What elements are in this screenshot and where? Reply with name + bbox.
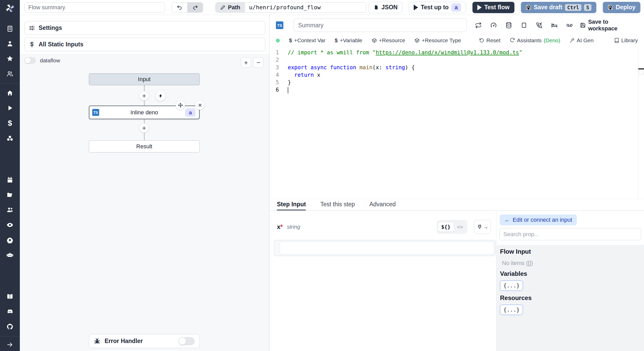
dataflow-label: dataflow bbox=[40, 57, 60, 64]
move-step-button[interactable] bbox=[176, 100, 185, 110]
delete-step-button[interactable] bbox=[195, 100, 205, 110]
flow-node-result-label: Result bbox=[136, 143, 152, 150]
schedules-calendar-icon[interactable] bbox=[0, 172, 20, 187]
add-context-var-button[interactable]: $ +Context Var bbox=[289, 37, 325, 44]
field-value-input[interactable] bbox=[280, 242, 494, 254]
voicemail-icon[interactable] bbox=[566, 22, 573, 29]
runs-play-icon[interactable] bbox=[0, 101, 20, 116]
arrow-left-icon: ← bbox=[504, 217, 510, 223]
play-icon bbox=[414, 5, 418, 10]
zoom-in-button[interactable]: + bbox=[241, 57, 251, 68]
ai-gen-button[interactable]: AI Gen bbox=[570, 37, 594, 44]
zoom-out-button[interactable]: − bbox=[253, 57, 264, 68]
sleep-bed-icon[interactable] bbox=[551, 22, 558, 29]
test-up-to-button[interactable]: Test up to a bbox=[409, 2, 466, 13]
edit-or-connect-button[interactable]: ← Edit or connect an input bbox=[500, 215, 577, 225]
code-mode-button[interactable]: <> bbox=[454, 222, 466, 232]
github-icon[interactable] bbox=[0, 319, 20, 334]
step-id-badge: a bbox=[451, 3, 461, 12]
add-step-button[interactable] bbox=[139, 123, 149, 133]
save-icon bbox=[580, 22, 586, 28]
trigger-bolt-button[interactable] bbox=[155, 91, 166, 101]
library-button[interactable]: Library bbox=[614, 37, 638, 44]
path-label[interactable]: Path bbox=[216, 3, 245, 12]
add-resource-button[interactable]: +Resource bbox=[372, 37, 405, 44]
arrow-right-icon: → bbox=[483, 224, 488, 230]
groups-icon[interactable] bbox=[0, 66, 20, 81]
step-summary-input[interactable] bbox=[294, 19, 467, 32]
assistants-button[interactable]: Assistants (Deno) bbox=[510, 37, 560, 44]
home-icon[interactable] bbox=[0, 85, 20, 100]
settings-gear-icon[interactable] bbox=[0, 232, 20, 247]
cache-database-icon[interactable] bbox=[505, 22, 512, 29]
resources-cubes-icon[interactable] bbox=[0, 131, 20, 145]
lsp-status-dot bbox=[276, 39, 280, 42]
users-cog-icon[interactable] bbox=[0, 202, 20, 217]
add-step-button[interactable] bbox=[139, 91, 149, 100]
flow-node-input[interactable]: Input bbox=[89, 73, 200, 85]
audit-eye-icon[interactable] bbox=[0, 217, 20, 232]
json-button[interactable]: JSON bbox=[369, 2, 403, 13]
tab-test-this-step[interactable]: Test this step bbox=[320, 199, 355, 210]
variables-expand-button[interactable]: {...} bbox=[500, 280, 523, 291]
flow-settings-button[interactable]: Settings bbox=[24, 21, 265, 35]
mock-square-icon[interactable] bbox=[521, 22, 527, 29]
retries-repeat-icon[interactable] bbox=[475, 22, 482, 29]
tab-advanced[interactable]: Advanced bbox=[369, 199, 396, 210]
input-mode-toggle: ${} <> bbox=[437, 220, 467, 234]
resources-expand-button[interactable]: {...} bbox=[500, 305, 523, 315]
sidebar-divider bbox=[0, 83, 20, 83]
field-name: x bbox=[277, 223, 280, 230]
dollar-icon bbox=[29, 41, 35, 48]
save-icon bbox=[608, 5, 613, 10]
flow-settings-label: Settings bbox=[39, 24, 62, 31]
deploy-label: Deploy bbox=[616, 4, 635, 11]
app-sidebar: $ bbox=[0, 0, 20, 351]
flow-node-result[interactable]: Result bbox=[89, 140, 200, 152]
search-prop-input[interactable] bbox=[499, 228, 641, 240]
suspend-phone-icon[interactable] bbox=[536, 22, 543, 29]
dollar-icon: $ bbox=[289, 37, 292, 44]
test-flow-button[interactable]: Test flow bbox=[472, 2, 514, 13]
folders-icon[interactable] bbox=[0, 187, 20, 202]
docs-book-icon[interactable] bbox=[0, 289, 20, 304]
save-draft-button[interactable]: Save draft Ctrl S bbox=[521, 2, 596, 13]
error-handler-toggle[interactable] bbox=[178, 337, 195, 345]
save-to-workspace-label: Save to workspace bbox=[588, 19, 638, 32]
json-mode-button[interactable]: ${} bbox=[438, 222, 454, 232]
overview-ruler[interactable] bbox=[638, 46, 644, 199]
add-variable-button[interactable]: $ +Variable bbox=[335, 37, 362, 44]
add-resource-type-button[interactable]: +Resource Type bbox=[414, 37, 461, 44]
reset-button[interactable]: Reset bbox=[479, 37, 501, 44]
variables-dollar-icon[interactable]: $ bbox=[0, 116, 20, 131]
flow-node-input-label: Input bbox=[138, 76, 151, 83]
save-icon bbox=[526, 5, 531, 10]
save-to-workspace-button[interactable]: Save to workspace bbox=[580, 19, 638, 32]
connect-panel: ← Edit or connect an input Flow Input No… bbox=[496, 211, 644, 351]
undo-button[interactable] bbox=[172, 3, 187, 12]
workspace-icon[interactable] bbox=[0, 21, 20, 36]
path-input[interactable] bbox=[245, 3, 366, 12]
concurrency-gauge-icon[interactable] bbox=[490, 22, 497, 29]
redo-button[interactable] bbox=[187, 3, 203, 12]
code-editor[interactable]: 123456 // import * as wmill from "https:… bbox=[270, 46, 644, 199]
connect-input-button[interactable]: → bbox=[474, 220, 491, 234]
flow-summary-input[interactable] bbox=[24, 2, 165, 13]
test-up-to-label: Test up to bbox=[421, 4, 448, 11]
plug-icon bbox=[477, 224, 482, 230]
all-static-inputs-button[interactable]: All Static Inputs bbox=[24, 38, 265, 51]
workers-robot-icon[interactable] bbox=[0, 247, 20, 262]
json-button-label: JSON bbox=[382, 4, 398, 11]
favorites-star-icon[interactable] bbox=[0, 51, 20, 66]
windmill-logo[interactable] bbox=[5, 3, 15, 13]
error-handler-label: Error Handler bbox=[105, 338, 143, 345]
deploy-button[interactable]: Deploy bbox=[603, 2, 640, 13]
dataflow-toggle[interactable] bbox=[24, 57, 36, 64]
sliders-icon bbox=[29, 25, 35, 31]
package-icon bbox=[414, 38, 420, 43]
error-handler-row: Error Handler bbox=[89, 334, 200, 348]
expand-arrow-icon[interactable] bbox=[0, 338, 20, 351]
tab-step-input[interactable]: Step Input bbox=[277, 199, 306, 210]
discord-icon[interactable] bbox=[0, 304, 20, 319]
user-icon[interactable] bbox=[0, 36, 20, 51]
